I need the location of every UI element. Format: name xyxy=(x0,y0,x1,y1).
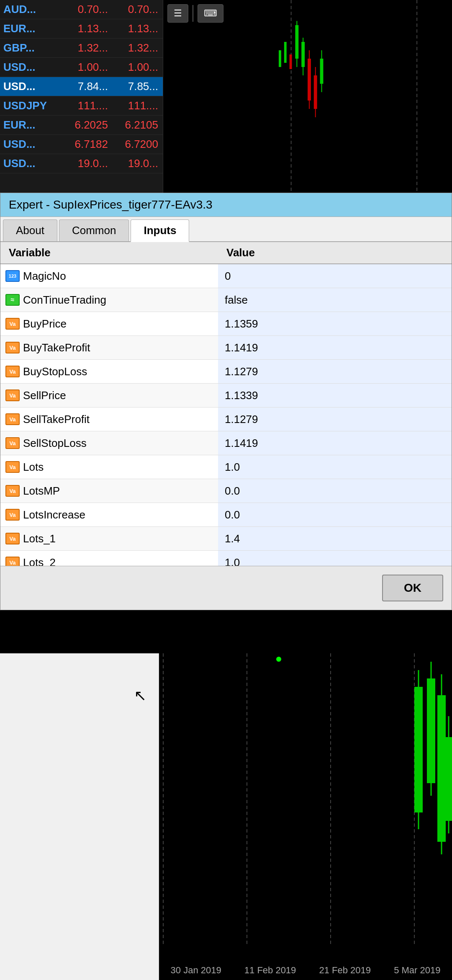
param-icon-cell: Va xyxy=(0,389,21,401)
param-value[interactable]: 1.1279 xyxy=(218,360,452,383)
svg-rect-14 xyxy=(290,54,292,69)
price-row[interactable]: USD... 1.00... 1.00... xyxy=(0,58,163,77)
tabs: About Common Inputs xyxy=(0,217,452,242)
param-row[interactable]: Va SellTakeProfit 1.1279 xyxy=(0,407,452,431)
param-value[interactable]: false xyxy=(218,288,452,312)
param-name: LotsIncrease xyxy=(21,508,218,521)
param-value[interactable]: 0.0 xyxy=(218,479,452,503)
bottom-left-panel: ↖ xyxy=(0,653,159,980)
price-row[interactable]: EUR... 6.2025 6.2105 xyxy=(0,116,163,135)
param-name: LotsMP xyxy=(21,485,218,498)
date-label-2: 21 Feb 2019 xyxy=(319,965,371,976)
param-value[interactable]: 1.1339 xyxy=(218,384,452,407)
params-container: 123 MagicNo 0 ≈ ConTinueTrading false Va… xyxy=(0,264,452,566)
price-list: AUD... 0.70... 0.70... EUR... 1.13... 1.… xyxy=(0,0,163,193)
price-row[interactable]: USDJPY 111.... 111.... xyxy=(0,96,163,116)
param-value[interactable]: 1.1419 xyxy=(218,336,452,359)
price-bid: 1.00... xyxy=(58,61,108,74)
top-chart-svg xyxy=(163,0,452,193)
top-section: AUD... 0.70... 0.70... EUR... 1.13... 1.… xyxy=(0,0,452,193)
param-icon-blue: 123 xyxy=(5,270,20,282)
param-icon-cell: Va xyxy=(0,366,21,377)
param-icon-cell: Va xyxy=(0,485,21,497)
param-icon-cell: Va xyxy=(0,318,21,330)
price-ask: 1.32... xyxy=(108,41,158,54)
price-bid: 6.7182 xyxy=(58,138,108,151)
price-bid: 19.0... xyxy=(58,157,108,170)
param-row[interactable]: Va LotsMP 0.0 xyxy=(0,479,452,503)
tab-inputs[interactable]: Inputs xyxy=(131,219,189,242)
price-row[interactable]: AUD... 0.70... 0.70... xyxy=(0,0,163,19)
param-name: BuyStopLoss xyxy=(21,365,218,378)
price-bid: 7.84... xyxy=(58,80,108,93)
param-icon-cell: Va xyxy=(0,413,21,425)
date-label-3: 5 Mar 2019 xyxy=(394,965,440,976)
price-ask: 1.00... xyxy=(108,61,158,74)
param-row[interactable]: Va Lots_1 1.4 xyxy=(0,527,452,551)
price-symbol: USD... xyxy=(3,157,58,170)
price-ask: 6.2105 xyxy=(108,119,158,132)
param-icon-cell: Va xyxy=(0,557,21,566)
param-row[interactable]: Va Lots_2 1.0 xyxy=(0,551,452,566)
price-bid: 6.2025 xyxy=(58,119,108,132)
price-bid: 111.... xyxy=(58,99,108,112)
param-value[interactable]: 1.1419 xyxy=(218,431,452,455)
param-row[interactable]: ≈ ConTinueTrading false xyxy=(0,288,452,312)
price-row[interactable]: EUR... 1.13... 1.13... xyxy=(0,19,163,39)
price-bid: 1.32... xyxy=(58,41,108,54)
tab-common[interactable]: Common xyxy=(59,219,129,241)
dialog-title: Expert - SupIexPrices_tiger777-EAv3.3 xyxy=(0,193,452,217)
param-icon-orange: Va xyxy=(5,318,20,330)
param-value[interactable]: 0 xyxy=(218,264,452,288)
param-row[interactable]: Va SellPrice 1.1339 xyxy=(0,384,452,407)
param-icon-orange: Va xyxy=(5,389,20,401)
param-name: Lots_1 xyxy=(21,532,218,545)
param-row[interactable]: Va LotsIncrease 0.0 xyxy=(0,503,452,527)
price-row[interactable]: USD... 6.7182 6.7200 xyxy=(0,135,163,154)
param-row[interactable]: 123 MagicNo 0 xyxy=(0,264,452,288)
param-row[interactable]: Va BuyStopLoss 1.1279 xyxy=(0,360,452,384)
param-icon-cell: Va xyxy=(0,437,21,449)
price-row[interactable]: USD... 19.0... 19.0... xyxy=(0,154,163,173)
price-symbol: USD... xyxy=(3,80,58,93)
param-icon-orange: Va xyxy=(5,533,20,544)
param-value[interactable]: 1.1359 xyxy=(218,312,452,335)
param-icon-orange: Va xyxy=(5,366,20,377)
param-value[interactable]: 0.0 xyxy=(218,503,452,526)
svg-rect-12 xyxy=(279,50,281,67)
ok-button[interactable]: OK xyxy=(382,575,443,601)
param-value[interactable]: 1.0 xyxy=(218,455,452,479)
param-row[interactable]: Va BuyTakeProfit 1.1419 xyxy=(0,336,452,360)
date-labels: 30 Jan 2019 11 Feb 2019 21 Feb 2019 5 Ma… xyxy=(159,965,452,976)
price-symbol: EUR... xyxy=(3,22,58,35)
dialog-footer: OK xyxy=(0,566,452,610)
param-icon-orange: Va xyxy=(5,342,20,353)
param-icon-orange: Va xyxy=(5,485,20,497)
price-ask: 7.85... xyxy=(108,80,158,93)
green-dot-indicator xyxy=(276,657,281,662)
param-icon-cell: 123 xyxy=(0,270,21,282)
param-row[interactable]: Va SellStopLoss 1.1419 xyxy=(0,431,452,455)
col-variable-header: Variable xyxy=(0,246,218,259)
param-value[interactable]: 1.4 xyxy=(218,527,452,550)
price-symbol: AUD... xyxy=(3,3,58,16)
param-value[interactable]: 1.1279 xyxy=(218,407,452,431)
price-symbol: USDJPY xyxy=(3,99,58,112)
param-value[interactable]: 1.0 xyxy=(218,551,452,566)
col-value-header: Value xyxy=(218,246,452,259)
param-row[interactable]: Va Lots 1.0 xyxy=(0,455,452,479)
param-icon-orange: Va xyxy=(5,461,20,473)
param-row[interactable]: Va BuyPrice 1.1359 xyxy=(0,312,452,336)
param-name: BuyPrice xyxy=(21,317,218,330)
price-row[interactable]: USD... 7.84... 7.85... xyxy=(0,77,163,96)
param-icon-green: ≈ xyxy=(5,294,20,306)
param-name: SellPrice xyxy=(21,389,218,402)
cursor-indicator: ↖ xyxy=(134,687,146,704)
tab-about[interactable]: About xyxy=(3,219,57,241)
price-ask: 0.70... xyxy=(108,3,158,16)
price-row[interactable]: GBP... 1.32... 1.32... xyxy=(0,39,163,58)
price-bid: 0.70... xyxy=(58,3,108,16)
param-icon-orange: Va xyxy=(5,509,20,521)
param-name: MagicNo xyxy=(21,270,218,283)
param-name: SellTakeProfit xyxy=(21,413,218,426)
